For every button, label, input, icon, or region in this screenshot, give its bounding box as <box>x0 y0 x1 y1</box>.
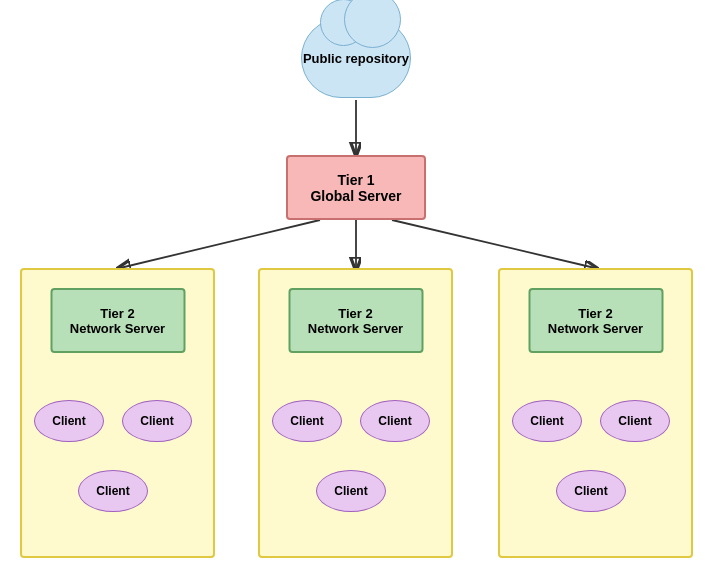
client-label: Client <box>530 414 563 428</box>
client-label: Client <box>140 414 173 428</box>
tier-zone-right: Tier 2Network Server Client Client Clien… <box>498 268 693 558</box>
client-label: Client <box>618 414 651 428</box>
tier2-label-center: Tier 2Network Server <box>308 306 403 336</box>
client-center-2: Client <box>360 400 430 442</box>
client-center-1: Client <box>272 400 342 442</box>
client-left-2: Client <box>122 400 192 442</box>
public-repository: Public repository <box>301 18 411 98</box>
client-left-1: Client <box>34 400 104 442</box>
client-right-2: Client <box>600 400 670 442</box>
client-label: Client <box>574 484 607 498</box>
tier-zone-left: Tier 2Network Server Client Client Clien… <box>20 268 215 558</box>
tier2-label-right: Tier 2Network Server <box>548 306 643 336</box>
client-right-1: Client <box>512 400 582 442</box>
client-label: Client <box>96 484 129 498</box>
tier-zone-center: Tier 2Network Server Client Client Clien… <box>258 268 453 558</box>
svg-line-3 <box>392 220 595 268</box>
client-label: Client <box>290 414 323 428</box>
tier2-server-left: Tier 2Network Server <box>50 288 185 353</box>
diagram: Public repository Tier 1Global Server Ti… <box>0 0 712 582</box>
tier2-server-center: Tier 2Network Server <box>288 288 423 353</box>
tier2-label-left: Tier 2Network Server <box>70 306 165 336</box>
tier2-server-right: Tier 2Network Server <box>528 288 663 353</box>
client-label: Client <box>334 484 367 498</box>
client-label: Client <box>378 414 411 428</box>
svg-line-1 <box>120 220 320 268</box>
tier1-label: Tier 1Global Server <box>310 172 401 204</box>
client-label: Client <box>52 414 85 428</box>
client-left-3: Client <box>78 470 148 512</box>
tier1-global-server: Tier 1Global Server <box>286 155 426 220</box>
client-center-3: Client <box>316 470 386 512</box>
client-right-3: Client <box>556 470 626 512</box>
cloud-label: Public repository <box>303 51 409 66</box>
